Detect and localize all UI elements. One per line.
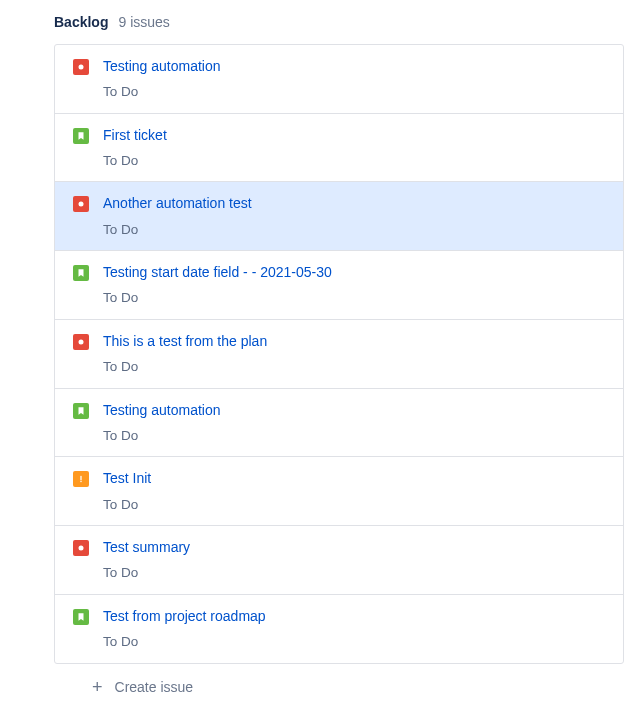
plus-icon: +: [92, 678, 103, 696]
issue-status: To Do: [103, 496, 151, 514]
story-icon: [73, 403, 89, 419]
issue-row[interactable]: Another automation testTo Do: [55, 182, 623, 251]
issue-status: To Do: [103, 633, 266, 651]
issue-title: First ticket: [103, 126, 167, 144]
issue-status: To Do: [103, 427, 221, 445]
create-issue-label: Create issue: [115, 679, 194, 695]
issue-content: Test from project roadmapTo Do: [103, 607, 266, 651]
issue-title: Testing automation: [103, 57, 221, 75]
issue-content: Testing automationTo Do: [103, 401, 221, 445]
create-issue-button[interactable]: + Create issue: [0, 664, 624, 701]
issue-row[interactable]: Test from project roadmapTo Do: [55, 595, 623, 663]
svg-rect-3: [80, 476, 81, 480]
issue-status: To Do: [103, 564, 190, 582]
story-icon: [73, 265, 89, 281]
issue-count: 9 issues: [118, 14, 169, 30]
bug-icon: [73, 59, 89, 75]
svg-rect-4: [80, 481, 81, 482]
backlog-title: Backlog: [54, 14, 108, 30]
issue-content: Testing start date field - - 2021-05-30T…: [103, 263, 332, 307]
issue-list: Testing automationTo DoFirst ticketTo Do…: [54, 44, 624, 664]
issue-content: Another automation testTo Do: [103, 194, 252, 238]
svg-point-2: [79, 339, 84, 344]
issue-row[interactable]: Testing automationTo Do: [55, 389, 623, 458]
issue-content: First ticketTo Do: [103, 126, 167, 170]
issue-content: Test summaryTo Do: [103, 538, 190, 582]
svg-point-0: [79, 65, 84, 70]
issue-title: Test from project roadmap: [103, 607, 266, 625]
issue-content: This is a test from the planTo Do: [103, 332, 267, 376]
backlog-header: Backlog 9 issues: [0, 0, 624, 44]
issue-title: Another automation test: [103, 194, 252, 212]
issue-row[interactable]: Test InitTo Do: [55, 457, 623, 526]
issue-status: To Do: [103, 83, 221, 101]
issue-row[interactable]: First ticketTo Do: [55, 114, 623, 183]
issue-row[interactable]: Test summaryTo Do: [55, 526, 623, 595]
issue-row[interactable]: Testing start date field - - 2021-05-30T…: [55, 251, 623, 320]
issue-title: This is a test from the plan: [103, 332, 267, 350]
issue-row[interactable]: Testing automationTo Do: [55, 45, 623, 114]
issue-title: Testing automation: [103, 401, 221, 419]
issue-status: To Do: [103, 152, 167, 170]
svg-point-1: [79, 202, 84, 207]
issue-title: Test Init: [103, 469, 151, 487]
story-icon: [73, 128, 89, 144]
svg-point-5: [79, 546, 84, 551]
bug-icon: [73, 334, 89, 350]
story-icon: [73, 609, 89, 625]
issue-content: Testing automationTo Do: [103, 57, 221, 101]
issue-title: Test summary: [103, 538, 190, 556]
issue-row[interactable]: This is a test from the planTo Do: [55, 320, 623, 389]
issue-status: To Do: [103, 289, 332, 307]
task-icon: [73, 471, 89, 487]
bug-icon: [73, 196, 89, 212]
issue-status: To Do: [103, 221, 252, 239]
issue-title: Testing start date field - - 2021-05-30: [103, 263, 332, 281]
bug-icon: [73, 540, 89, 556]
issue-status: To Do: [103, 358, 267, 376]
issue-content: Test InitTo Do: [103, 469, 151, 513]
